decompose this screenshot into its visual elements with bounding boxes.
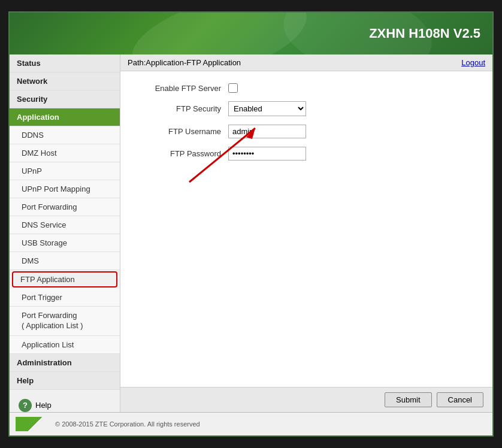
ftp-password-row: FTP Password — [138, 147, 474, 161]
sidebar-subitem-port-forwarding[interactable]: Port Forwarding — [10, 198, 120, 216]
sidebar-subitem-port-trigger[interactable]: Port Trigger — [10, 289, 120, 307]
sidebar-help-button[interactable]: ? Help — [10, 390, 120, 412]
sidebar-item-help[interactable]: Help — [10, 372, 120, 390]
sidebar-subitem-upnp-port-mapping[interactable]: UPnP Port Mapping — [10, 180, 120, 198]
footer-copyright: © 2008-2015 ZTE Corporation. All rights … — [50, 416, 205, 432]
ftp-password-label: FTP Password — [138, 149, 228, 158]
sidebar-subitem-ddns[interactable]: DDNS — [10, 126, 120, 144]
sidebar-item-security[interactable]: Security — [10, 90, 120, 108]
help-icon: ? — [19, 399, 32, 412]
bottom-bar: Submit Cancel — [120, 387, 492, 412]
sidebar-subitem-dns-service[interactable]: DNS Service — [10, 216, 120, 234]
ftp-password-input[interactable] — [228, 147, 306, 161]
sidebar-subitem-dmz-host[interactable]: DMZ Host — [10, 144, 120, 162]
ftp-security-select[interactable]: Enabled Disabled — [228, 101, 306, 116]
sidebar-subitem-ftp-application[interactable]: FTP Application — [12, 271, 117, 287]
sidebar-help-label: Help — [35, 401, 52, 410]
header: ZXHN H108N V2.5 — [10, 13, 492, 55]
sidebar-subitem-dms[interactable]: DMS — [10, 252, 120, 270]
sidebar-item-administration[interactable]: Administration — [10, 354, 120, 372]
path-text: Path:Application-FTP Application — [128, 58, 241, 67]
enable-ftp-row: Enable FTP Server — [138, 83, 474, 93]
enable-ftp-checkbox[interactable] — [228, 83, 238, 93]
ftp-security-row: FTP Security Enabled Disabled — [138, 101, 474, 116]
ftp-username-row: FTP Username — [138, 125, 474, 138]
logout-link[interactable]: Logout — [461, 58, 485, 67]
main-area: Status Network Security Application DDNS… — [10, 55, 492, 412]
sidebar-subitem-application-list[interactable]: Application List — [10, 336, 120, 354]
form-area: Enable FTP Server FTP Security Enabled D… — [120, 71, 492, 387]
sidebar-subitem-usb-storage[interactable]: USB Storage — [10, 234, 120, 252]
cancel-button[interactable]: Cancel — [437, 392, 483, 407]
ftp-security-label: FTP Security — [138, 104, 228, 113]
ftp-username-label: FTP Username — [138, 127, 228, 136]
content-area: Path:Application-FTP Application Logout … — [120, 55, 492, 412]
sidebar-item-status[interactable]: Status — [10, 55, 120, 72]
header-title: ZXHN H108N V2.5 — [369, 26, 480, 41]
ftp-username-input[interactable] — [228, 125, 306, 138]
footer: © 2008-2015 ZTE Corporation. All rights … — [10, 412, 492, 435]
footer-decoration — [16, 417, 46, 431]
sidebar: Status Network Security Application DDNS… — [10, 55, 120, 412]
sidebar-subitem-port-forwarding-app-list[interactable]: Port Forwarding ( Application List ) — [10, 307, 120, 336]
enable-ftp-label: Enable FTP Server — [138, 84, 228, 93]
sidebar-subitem-upnp[interactable]: UPnP — [10, 162, 120, 180]
annotation-arrow — [153, 104, 285, 188]
sidebar-item-network[interactable]: Network — [10, 72, 120, 90]
submit-button[interactable]: Submit — [385, 392, 431, 407]
sidebar-item-application[interactable]: Application — [10, 108, 120, 126]
path-bar: Path:Application-FTP Application Logout — [120, 55, 492, 71]
